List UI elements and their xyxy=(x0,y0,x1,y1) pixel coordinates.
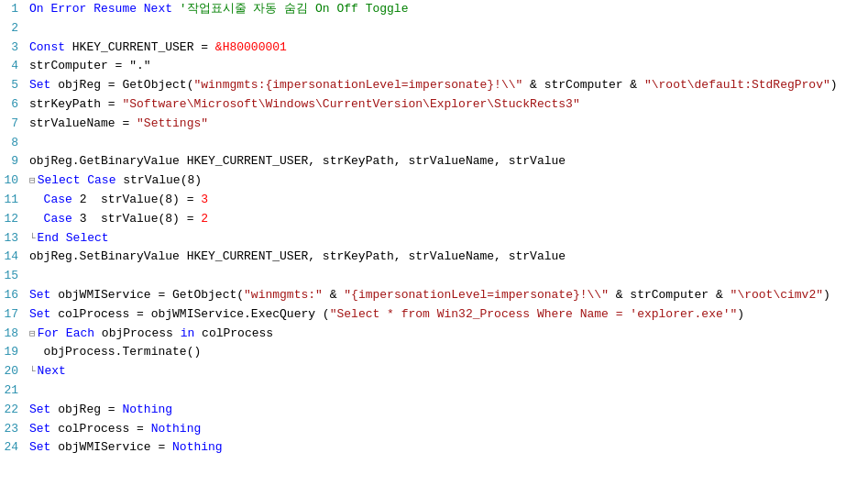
line-number: 2 xyxy=(0,19,26,39)
fold-open-icon[interactable]: ⊟ xyxy=(29,175,36,186)
line-number: 4 xyxy=(0,57,26,76)
line-content: ⊟For Each objProcess in colProcess xyxy=(26,325,868,344)
token: Set xyxy=(29,403,58,416)
code-line: 7strValueName = "Settings" xyxy=(0,115,868,134)
line-number: 22 xyxy=(0,401,26,420)
line-number: 18 xyxy=(0,325,26,344)
token: Set xyxy=(29,78,58,92)
token: "\root\default:StdRegProv" xyxy=(644,78,830,92)
token: objWMIService = GetObject( xyxy=(58,288,244,302)
code-line: 6strKeyPath = "Software\Microsoft\Window… xyxy=(0,95,868,115)
token: Case xyxy=(44,212,80,226)
code-line: 19 objProcess.Terminate() xyxy=(0,343,868,362)
line-content: strKeyPath = "Software\Microsoft\Windows… xyxy=(26,95,868,115)
line-content: objReg.GetBinaryValue HKEY_CURRENT_USER,… xyxy=(26,152,868,171)
token: Select Case xyxy=(38,173,124,187)
code-line: 4strComputer = "." xyxy=(0,57,868,76)
token: ) xyxy=(737,307,744,321)
token: &H80000001 xyxy=(215,40,287,54)
fold-close-icon[interactable]: └ xyxy=(29,366,36,377)
line-number: 5 xyxy=(0,76,26,95)
line-number: 14 xyxy=(0,248,26,267)
token: 2 strValue(8) = xyxy=(80,193,202,206)
line-number: 20 xyxy=(0,362,26,381)
code-line: 13└End Select xyxy=(0,229,868,249)
token: "winmgmts:" xyxy=(244,288,323,302)
line-number: 13 xyxy=(0,229,26,249)
token: "Software\Microsoft\Windows\CurrentVersi… xyxy=(122,97,579,111)
token: Next xyxy=(38,364,66,378)
line-content: Case 2 strValue(8) = 3 xyxy=(26,191,868,210)
token: End Select xyxy=(38,231,109,245)
line-content: Case 3 strValue(8) = 2 xyxy=(26,210,868,229)
line-content: strValueName = "Settings" xyxy=(26,115,868,134)
code-line: 22Set objReg = Nothing xyxy=(0,401,868,420)
token: strValue(8) xyxy=(123,173,202,187)
line-content: Set objReg = GetObject("winmgmts:{impers… xyxy=(26,76,868,95)
token: Const xyxy=(29,40,72,54)
token: colProcess = objWMIService.ExecQuery ( xyxy=(58,307,329,321)
line-number: 21 xyxy=(0,381,26,401)
fold-close-icon[interactable]: └ xyxy=(29,233,36,244)
token: Case xyxy=(44,193,80,206)
line-content: objReg.SetBinaryValue HKEY_CURRENT_USER,… xyxy=(26,248,868,267)
token: "winmgmts:{impersonationLevel=impersonat… xyxy=(193,78,522,92)
code-editor: 1On Error Resume Next '작업표시줄 자동 숨김 On Of… xyxy=(0,0,868,486)
line-number: 10 xyxy=(0,171,26,191)
code-line: 3Const HKEY_CURRENT_USER = &H80000001 xyxy=(0,39,868,58)
code-line: 20└Next xyxy=(0,362,868,381)
line-number: 23 xyxy=(0,420,26,439)
fold-open-icon[interactable]: ⊟ xyxy=(29,328,36,339)
token: objReg.SetBinaryValue HKEY_CURRENT_USER,… xyxy=(29,249,566,263)
token: & xyxy=(323,288,344,302)
line-number: 19 xyxy=(0,343,26,362)
token: Set xyxy=(29,307,58,321)
token: colProcess = xyxy=(58,422,150,436)
code-line: 2 xyxy=(0,19,868,39)
line-content: objProcess.Terminate() xyxy=(26,343,868,362)
token: in xyxy=(181,326,202,340)
code-line: 14objReg.SetBinaryValue HKEY_CURRENT_USE… xyxy=(0,248,868,267)
line-content: ⊟Select Case strValue(8) xyxy=(26,171,868,191)
token: Set xyxy=(29,288,58,302)
line-number: 24 xyxy=(0,438,26,458)
code-line: 9objReg.GetBinaryValue HKEY_CURRENT_USER… xyxy=(0,152,868,171)
line-content: └Next xyxy=(26,362,868,381)
code-line: 5Set objReg = GetObject("winmgmts:{imper… xyxy=(0,76,868,95)
line-number: 1 xyxy=(0,0,26,19)
code-line: 21 xyxy=(0,381,868,401)
code-line: 1On Error Resume Next '작업표시줄 자동 숨김 On Of… xyxy=(0,0,868,19)
code-line: 10⊟Select Case strValue(8) xyxy=(0,171,868,191)
line-content: strComputer = "." xyxy=(26,57,868,76)
token: strValueName = xyxy=(29,116,137,130)
code-line: 15 xyxy=(0,267,868,286)
token: Nothing xyxy=(172,440,223,454)
token: strKeyPath = xyxy=(29,97,122,111)
token: colProcess xyxy=(202,326,273,340)
line-content: Set colProcess = Nothing xyxy=(26,420,868,439)
token: objReg = GetObject( xyxy=(58,78,193,92)
token: HKEY_CURRENT_USER xyxy=(72,40,194,54)
token: & strComputer & xyxy=(609,288,731,302)
line-content: Set objWMIService = Nothing xyxy=(26,438,868,458)
code-line: 17Set colProcess = objWMIService.ExecQue… xyxy=(0,305,868,325)
line-number: 6 xyxy=(0,95,26,115)
line-content: Const HKEY_CURRENT_USER = &H80000001 xyxy=(26,39,868,58)
token: Set xyxy=(29,440,58,454)
line-number: 7 xyxy=(0,115,26,134)
token: 2 xyxy=(201,212,208,226)
token: "\root\cimv2" xyxy=(731,288,823,302)
token: = xyxy=(193,40,214,54)
line-number: 8 xyxy=(0,134,26,153)
token: ) xyxy=(823,288,830,302)
token: objReg.GetBinaryValue HKEY_CURRENT_USER,… xyxy=(29,154,566,168)
code-line: 24Set objWMIService = Nothing xyxy=(0,438,868,458)
line-content: On Error Resume Next '작업표시줄 자동 숨김 On Off… xyxy=(26,0,868,19)
token: objProcess.Terminate() xyxy=(44,345,202,359)
code-line: 11 Case 2 strValue(8) = 3 xyxy=(0,191,868,210)
token: objProcess xyxy=(102,326,181,340)
code-line: 23Set colProcess = Nothing xyxy=(0,420,868,439)
token: strComputer = "." xyxy=(29,59,151,72)
token: Nothing xyxy=(122,403,172,416)
line-content: Set objReg = Nothing xyxy=(26,401,868,420)
